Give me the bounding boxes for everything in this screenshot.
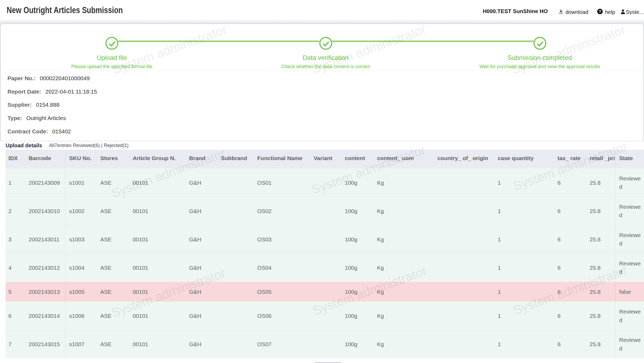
svg-text:?: ? [599, 9, 601, 14]
